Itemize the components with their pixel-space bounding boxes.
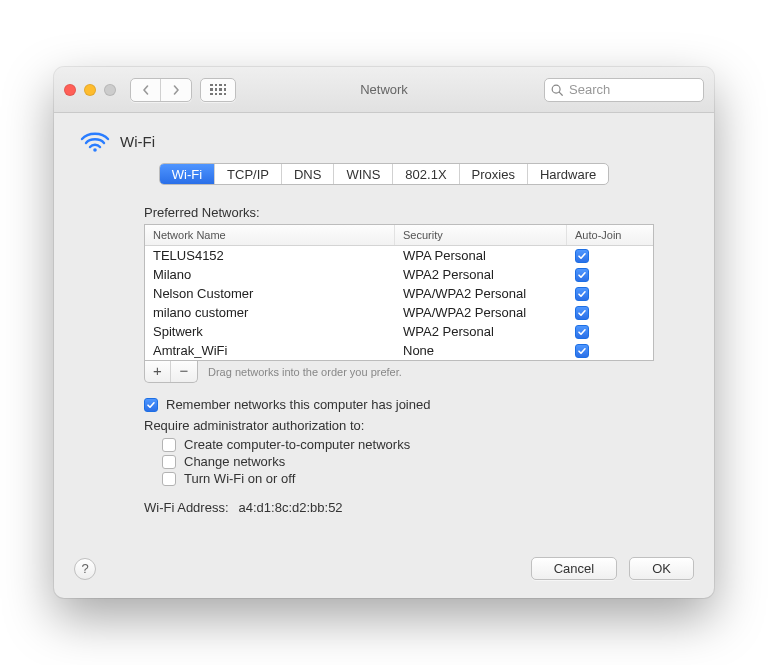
tab-wins[interactable]: WINS xyxy=(334,164,393,184)
table-row[interactable]: Nelson CustomerWPA/WPA2 Personal xyxy=(145,284,653,303)
wifi-address-value: a4:d1:8c:d2:bb:52 xyxy=(239,500,343,515)
nav-back-forward xyxy=(130,78,192,102)
network-name: milano customer xyxy=(145,303,395,322)
wifi-address-label: Wi-Fi Address: xyxy=(144,500,229,515)
titlebar: Network xyxy=(54,67,714,113)
turn-wifi-checkbox[interactable] xyxy=(162,472,176,486)
search-field[interactable] xyxy=(544,78,704,102)
close-window-icon[interactable] xyxy=(64,84,76,96)
search-icon xyxy=(550,83,564,97)
networks-table: Network Name Security Auto-Join TELUS415… xyxy=(144,224,654,361)
network-security: WPA2 Personal xyxy=(395,322,567,341)
tab-dns[interactable]: DNS xyxy=(282,164,334,184)
remember-networks-label: Remember networks this computer has join… xyxy=(166,397,430,412)
table-row[interactable]: SpitwerkWPA2 Personal xyxy=(145,322,653,341)
auto-join-checkbox[interactable] xyxy=(575,325,589,339)
pane-title: Wi-Fi xyxy=(120,133,155,150)
change-networks-checkbox[interactable] xyxy=(162,455,176,469)
column-network-name[interactable]: Network Name xyxy=(145,225,395,245)
wifi-address-row: Wi-Fi Address: a4:d1:8c:d2:bb:52 xyxy=(144,500,654,515)
auto-join-cell xyxy=(567,246,653,265)
pane-header: Wi-Fi xyxy=(80,129,694,153)
forward-button[interactable] xyxy=(161,79,191,101)
network-security: WPA/WPA2 Personal xyxy=(395,303,567,322)
network-security: WPA/WPA2 Personal xyxy=(395,284,567,303)
auto-join-checkbox[interactable] xyxy=(575,268,589,282)
svg-line-1 xyxy=(559,92,562,95)
back-button[interactable] xyxy=(131,79,161,101)
help-button[interactable]: ? xyxy=(74,558,96,580)
auto-join-cell xyxy=(567,341,653,360)
tab-tcpip[interactable]: TCP/IP xyxy=(215,164,282,184)
tab-wifi[interactable]: Wi-Fi xyxy=(160,164,215,184)
require-admin-label: Require administrator authorization to: xyxy=(144,418,654,433)
show-all-button[interactable] xyxy=(200,78,236,102)
traffic-lights xyxy=(64,84,116,96)
zoom-window-icon xyxy=(104,84,116,96)
tab-bar: Wi-FiTCP/IPDNSWINS802.1XProxiesHardware xyxy=(74,163,694,185)
svg-point-2 xyxy=(93,148,97,152)
table-row[interactable]: Amtrak_WiFiNone xyxy=(145,341,653,360)
table-row[interactable]: TELUS4152WPA Personal xyxy=(145,246,653,265)
minimize-window-icon[interactable] xyxy=(84,84,96,96)
network-name: TELUS4152 xyxy=(145,246,395,265)
remove-network-button[interactable]: − xyxy=(171,361,197,382)
network-security: None xyxy=(395,341,567,360)
check-icon xyxy=(146,400,156,410)
auto-join-cell xyxy=(567,284,653,303)
network-security: WPA Personal xyxy=(395,246,567,265)
network-name: Amtrak_WiFi xyxy=(145,341,395,360)
table-row[interactable]: milano customerWPA/WPA2 Personal xyxy=(145,303,653,322)
tab-hardware[interactable]: Hardware xyxy=(528,164,608,184)
search-input[interactable] xyxy=(569,82,697,97)
auto-join-cell xyxy=(567,322,653,341)
add-remove-controls: + − xyxy=(144,361,198,383)
auto-join-checkbox[interactable] xyxy=(575,344,589,358)
drag-hint-label: Drag networks into the order you prefer. xyxy=(208,366,402,378)
auto-join-checkbox[interactable] xyxy=(575,249,589,263)
auto-join-cell xyxy=(567,303,653,322)
column-security[interactable]: Security xyxy=(395,225,567,245)
table-row[interactable]: MilanoWPA2 Personal xyxy=(145,265,653,284)
auto-join-cell xyxy=(567,265,653,284)
network-name: Spitwerk xyxy=(145,322,395,341)
auto-join-checkbox[interactable] xyxy=(575,287,589,301)
add-network-button[interactable]: + xyxy=(145,361,171,382)
create-adhoc-label: Create computer-to-computer networks xyxy=(184,437,410,452)
auto-join-checkbox[interactable] xyxy=(575,306,589,320)
column-auto-join[interactable]: Auto-Join xyxy=(567,225,653,245)
preferences-window: Network Wi-Fi Wi-FiTCP/IPDNSWINS802.1XPr… xyxy=(54,67,714,598)
preferred-networks-label: Preferred Networks: xyxy=(144,205,654,220)
change-networks-label: Change networks xyxy=(184,454,285,469)
create-adhoc-checkbox[interactable] xyxy=(162,438,176,452)
network-security: WPA2 Personal xyxy=(395,265,567,284)
ok-button[interactable]: OK xyxy=(629,557,694,580)
network-name: Milano xyxy=(145,265,395,284)
turn-wifi-label: Turn Wi-Fi on or off xyxy=(184,471,295,486)
cancel-button[interactable]: Cancel xyxy=(531,557,617,580)
wifi-icon xyxy=(80,129,110,153)
tab-proxies[interactable]: Proxies xyxy=(460,164,528,184)
table-header: Network Name Security Auto-Join xyxy=(145,225,653,246)
grid-icon xyxy=(210,84,226,96)
network-name: Nelson Customer xyxy=(145,284,395,303)
remember-networks-checkbox[interactable] xyxy=(144,398,158,412)
tab-8021x[interactable]: 802.1X xyxy=(393,164,459,184)
